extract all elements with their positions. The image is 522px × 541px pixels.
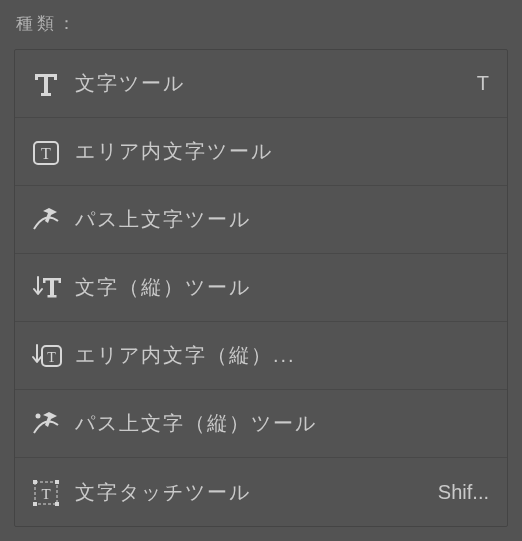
tool-label: パス上文字（縦）ツール xyxy=(75,410,481,437)
vertical-area-type-icon: T xyxy=(31,341,75,371)
svg-rect-8 xyxy=(33,502,37,506)
vertical-path-type-icon xyxy=(31,409,75,439)
tool-area-type[interactable]: T エリア内文字ツール xyxy=(15,118,507,186)
svg-rect-9 xyxy=(55,502,59,506)
tool-label: エリア内文字ツール xyxy=(75,138,481,165)
touch-type-icon: T xyxy=(31,477,75,507)
svg-point-4 xyxy=(36,413,41,418)
tool-label: 文字タッチツール xyxy=(75,479,430,506)
tool-touch-type[interactable]: T 文字タッチツール Shif... xyxy=(15,458,507,526)
tool-list: 文字ツール T T エリア内文字ツール パス上文字ツール xyxy=(14,49,508,527)
tool-path-type[interactable]: パス上文字ツール xyxy=(15,186,507,254)
tool-vertical-area-type[interactable]: T エリア内文字（縦）... xyxy=(15,322,507,390)
tool-type[interactable]: 文字ツール T xyxy=(15,50,507,118)
section-label: 種類： xyxy=(16,12,508,35)
tool-label: 文字（縦）ツール xyxy=(75,274,481,301)
type-icon xyxy=(31,69,75,99)
tool-vertical-path-type[interactable]: パス上文字（縦）ツール xyxy=(15,390,507,458)
svg-text:T: T xyxy=(41,145,51,162)
svg-rect-7 xyxy=(55,480,59,484)
tool-shortcut: Shif... xyxy=(430,481,489,504)
tool-vertical-type[interactable]: 文字（縦）ツール xyxy=(15,254,507,322)
svg-text:T: T xyxy=(41,486,50,502)
tool-label: パス上文字ツール xyxy=(75,206,481,233)
tool-shortcut: T xyxy=(469,72,489,95)
tool-label: 文字ツール xyxy=(75,70,469,97)
vertical-type-icon xyxy=(31,273,75,303)
path-type-icon xyxy=(31,205,75,235)
svg-rect-6 xyxy=(33,480,37,484)
tool-label: エリア内文字（縦）... xyxy=(75,342,481,369)
area-type-icon: T xyxy=(31,137,75,167)
svg-text:T: T xyxy=(47,350,56,365)
